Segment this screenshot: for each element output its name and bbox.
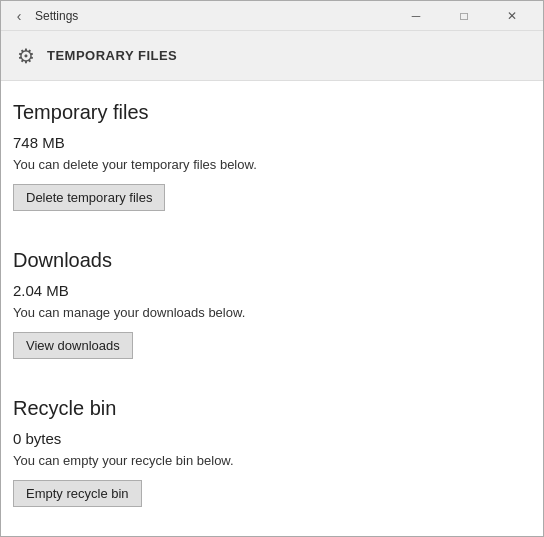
section-desc-recycle-bin: You can empty your recycle bin below. — [13, 453, 525, 468]
content-area: Temporary files 748 MB You can delete yo… — [1, 81, 543, 536]
action-button-temporary-files[interactable]: Delete temporary files — [13, 184, 165, 211]
back-button[interactable]: ‹ — [9, 6, 29, 26]
section-title-downloads: Downloads — [13, 249, 525, 272]
action-button-downloads[interactable]: View downloads — [13, 332, 133, 359]
section-size-recycle-bin: 0 bytes — [13, 430, 525, 447]
gear-icon: ⚙ — [17, 44, 35, 68]
action-button-recycle-bin[interactable]: Empty recycle bin — [13, 480, 142, 507]
section-title-temporary-files: Temporary files — [13, 101, 525, 124]
back-icon: ‹ — [17, 8, 22, 24]
page-header: ⚙ TEMPORARY FILES — [1, 31, 543, 81]
close-icon: ✕ — [507, 9, 517, 23]
minimize-icon: ─ — [412, 9, 421, 23]
section-recycle-bin: Recycle bin 0 bytes You can empty your r… — [13, 397, 525, 529]
window-title: Settings — [35, 9, 393, 23]
section-desc-downloads: You can manage your downloads below. — [13, 305, 525, 320]
section-size-temporary-files: 748 MB — [13, 134, 525, 151]
section-temporary-files: Temporary files 748 MB You can delete yo… — [13, 101, 525, 233]
section-title-recycle-bin: Recycle bin — [13, 397, 525, 420]
settings-window: ‹ Settings ─ □ ✕ ⚙ TEMPORARY FILES Tempo… — [0, 0, 544, 537]
close-button[interactable]: ✕ — [489, 1, 535, 31]
minimize-button[interactable]: ─ — [393, 1, 439, 31]
maximize-button[interactable]: □ — [441, 1, 487, 31]
title-bar: ‹ Settings ─ □ ✕ — [1, 1, 543, 31]
maximize-icon: □ — [460, 9, 467, 23]
page-title: TEMPORARY FILES — [47, 48, 177, 63]
window-controls: ─ □ ✕ — [393, 1, 535, 31]
section-downloads: Downloads 2.04 MB You can manage your do… — [13, 249, 525, 381]
section-size-downloads: 2.04 MB — [13, 282, 525, 299]
section-desc-temporary-files: You can delete your temporary files belo… — [13, 157, 525, 172]
